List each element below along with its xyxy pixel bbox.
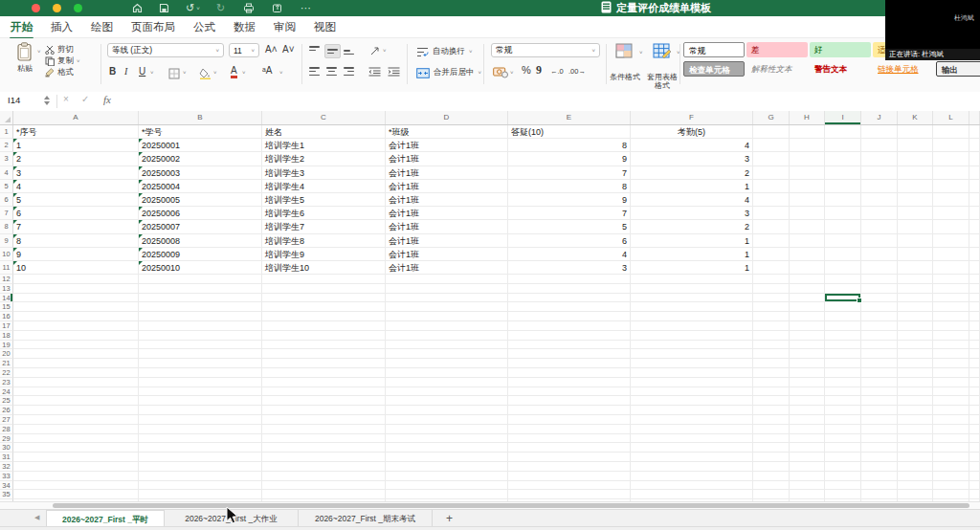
grid-cell[interactable] — [861, 368, 898, 378]
cell-style-chip[interactable]: 链接单元格 — [873, 61, 934, 77]
grid-cell[interactable] — [631, 294, 753, 303]
accounting-chevron-icon[interactable]: ˅ — [510, 70, 514, 76]
grid-cell[interactable] — [861, 406, 898, 415]
grid-cell[interactable] — [861, 472, 898, 481]
grid-cell[interactable]: 10 — [13, 261, 139, 275]
phonetic-chevron-icon[interactable]: ˅ — [279, 70, 283, 76]
grid-cell[interactable] — [753, 481, 790, 491]
grid-cell[interactable] — [790, 207, 825, 220]
grid-cell[interactable] — [13, 387, 139, 397]
grid-cell[interactable] — [933, 368, 969, 378]
grid-cell[interactable] — [969, 180, 980, 193]
column-header[interactable] — [969, 111, 980, 124]
cell-style-chip[interactable]: 输出 — [936, 61, 980, 77]
grid-cell[interactable] — [790, 261, 825, 275]
grid-cell[interactable] — [386, 341, 508, 350]
grid-cell[interactable] — [753, 359, 790, 368]
grid-cell[interactable] — [508, 481, 631, 491]
grid-cell[interactable] — [790, 396, 825, 406]
grid-cell[interactable] — [790, 490, 825, 499]
grid-cell[interactable] — [13, 349, 139, 359]
ribbon-tab[interactable]: 绘图 — [90, 17, 114, 37]
grid-cell[interactable] — [13, 294, 139, 303]
row-header[interactable]: 27 — [0, 415, 13, 425]
grid-cell[interactable] — [139, 472, 262, 481]
grid-cell[interactable] — [508, 321, 631, 331]
grid-cell[interactable] — [631, 275, 753, 284]
grid-cell[interactable] — [139, 406, 262, 415]
row-header[interactable]: 2 — [0, 139, 13, 152]
grid-cell[interactable] — [861, 415, 898, 425]
grid-cell[interactable] — [262, 387, 386, 397]
grid-cell[interactable]: 会计1班 — [386, 261, 508, 275]
row-header[interactable]: 3 — [0, 152, 13, 166]
grid-cell[interactable] — [898, 472, 933, 481]
grid-cell[interactable] — [631, 396, 753, 406]
row-header[interactable]: 10 — [0, 248, 13, 261]
grid-cell[interactable] — [262, 443, 386, 453]
grid-cell[interactable] — [508, 415, 631, 425]
cell-style-chip[interactable]: 警告文本 — [810, 61, 871, 77]
number-format-select[interactable]: 常规˅ — [491, 43, 600, 57]
grid-cell[interactable]: 20250010 — [139, 261, 262, 275]
print-icon[interactable] — [243, 1, 255, 15]
row-header[interactable]: 33 — [0, 472, 13, 481]
grid-cell[interactable] — [508, 434, 631, 444]
grid-cell[interactable]: 培训学生2 — [262, 152, 386, 166]
grid-cell[interactable] — [969, 193, 980, 207]
grid-cell[interactable]: 培训学生1 — [262, 139, 386, 152]
grid-cell[interactable] — [753, 220, 790, 233]
grid-cell[interactable] — [386, 472, 508, 481]
grid-cell[interactable] — [825, 481, 861, 491]
grid-cell[interactable] — [13, 462, 139, 472]
format-as-table-label[interactable]: 套用表格格式 — [643, 73, 681, 90]
grid-cell[interactable] — [631, 312, 753, 321]
grid-cell[interactable] — [753, 166, 790, 180]
grid-cell[interactable] — [508, 359, 631, 368]
row-header[interactable]: 25 — [0, 396, 13, 406]
grid-cell[interactable] — [13, 341, 139, 350]
row-header[interactable]: 35 — [0, 490, 13, 499]
grid-cell[interactable] — [969, 139, 980, 152]
grid-cell[interactable] — [508, 387, 631, 397]
grid-cell[interactable] — [898, 378, 933, 387]
grid-cell[interactable] — [790, 481, 825, 491]
grid-cell[interactable]: 培训学生10 — [262, 261, 386, 275]
grid-cell[interactable] — [898, 125, 933, 139]
grid-cell[interactable]: 1 — [631, 248, 753, 261]
grid-cell[interactable] — [933, 387, 969, 397]
grid-cell[interactable] — [508, 453, 631, 462]
grid-cell[interactable] — [933, 193, 969, 207]
grid-cell[interactable] — [969, 248, 980, 261]
grid-cell[interactable] — [139, 434, 262, 444]
grid-cell[interactable] — [790, 434, 825, 444]
more-icon[interactable]: ⋯ — [301, 1, 311, 15]
grid-cell[interactable] — [262, 415, 386, 425]
grid-cell[interactable] — [262, 434, 386, 444]
grid-cell[interactable] — [386, 434, 508, 444]
row-header[interactable]: 6 — [0, 193, 13, 207]
grid-cell[interactable] — [631, 331, 753, 341]
row-header[interactable]: 34 — [0, 481, 13, 491]
grid-cell[interactable] — [262, 294, 386, 303]
grid-cell[interactable] — [969, 490, 980, 499]
grid-cell[interactable] — [933, 139, 969, 152]
grid-cell[interactable] — [631, 443, 753, 453]
cell-style-chip[interactable]: 常规 — [683, 42, 745, 57]
grid-cell[interactable] — [753, 284, 790, 294]
grid-cell[interactable] — [631, 490, 753, 499]
grid-cell[interactable] — [790, 415, 825, 425]
grid-cell[interactable] — [825, 302, 861, 312]
sheet-tab[interactable]: 2026~2027_First _期末考试 — [299, 510, 433, 527]
grid-cell[interactable] — [139, 443, 262, 453]
grid-cell[interactable] — [139, 378, 262, 387]
grid-cell[interactable] — [969, 341, 980, 350]
grid-cell[interactable] — [861, 387, 898, 397]
grid-cell[interactable] — [933, 453, 969, 462]
grid-cell[interactable] — [969, 234, 980, 248]
grid-cell[interactable] — [386, 378, 508, 387]
grid-cell[interactable] — [13, 443, 139, 453]
grid-cell[interactable] — [825, 180, 861, 193]
grid-cell[interactable] — [631, 434, 753, 444]
grid-cell[interactable]: 20250008 — [139, 234, 262, 248]
